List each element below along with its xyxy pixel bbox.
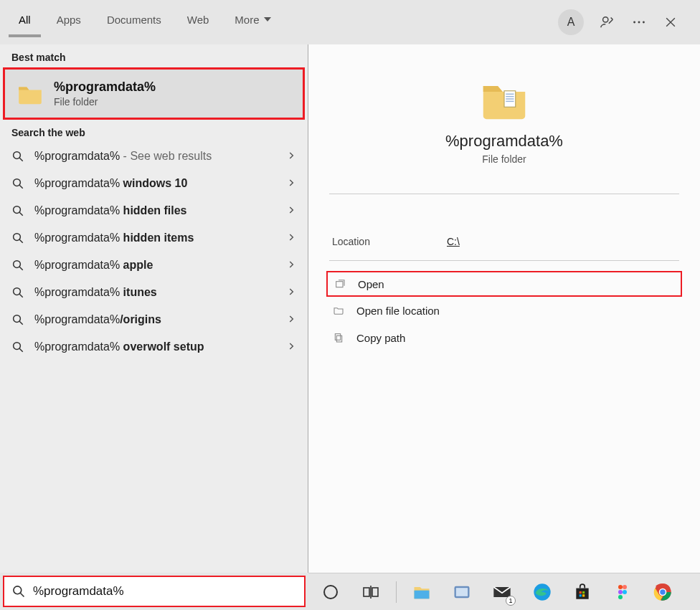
- preview-actions: Open Open file location Copy path: [326, 271, 682, 351]
- svg-point-8: [14, 206, 21, 214]
- svg-point-47: [618, 595, 623, 599]
- web-result-0[interactable]: %programdata% - See web results: [0, 143, 308, 170]
- svg-point-30: [324, 586, 337, 599]
- web-result-4[interactable]: %programdata% apple: [0, 252, 308, 279]
- web-result-text: %programdata% - See web results: [34, 150, 276, 163]
- svg-rect-34: [415, 590, 430, 599]
- search-web-label: Search the web: [0, 120, 308, 143]
- web-result-text: %programdata% hidden items: [34, 232, 276, 244]
- header-tabs: All Apps Documents Web More: [9, 0, 281, 44]
- tab-web[interactable]: Web: [177, 8, 219, 37]
- web-result-1[interactable]: %programdata% windows 10: [0, 170, 308, 197]
- cortana-icon[interactable]: [316, 577, 346, 607]
- chevron-right-icon: [286, 341, 296, 353]
- store-icon[interactable]: [567, 577, 597, 607]
- svg-point-0: [603, 17, 608, 22]
- svg-rect-40: [582, 591, 585, 593]
- tab-more[interactable]: More: [224, 8, 280, 37]
- svg-line-15: [19, 294, 23, 297]
- copy-icon: [332, 331, 345, 344]
- svg-line-9: [19, 212, 23, 216]
- avatar[interactable]: A: [558, 9, 584, 35]
- svg-point-50: [660, 589, 665, 594]
- svg-point-18: [14, 343, 21, 350]
- close-icon[interactable]: [663, 14, 678, 30]
- chevron-right-icon: [286, 151, 296, 163]
- web-results: %programdata% - See web results%programd…: [0, 143, 308, 361]
- web-result-text: %programdata% apple: [34, 259, 276, 272]
- web-result-7[interactable]: %programdata% overwolf setup: [0, 333, 308, 361]
- tab-more-label: More: [235, 14, 259, 26]
- svg-line-17: [19, 321, 23, 325]
- taskbar-separator: [396, 581, 397, 603]
- open-location-action[interactable]: Open file location: [326, 297, 682, 324]
- best-match-title: %programdata%: [54, 80, 156, 95]
- best-match-label: Best match: [0, 44, 308, 67]
- location-value[interactable]: C:\: [447, 236, 460, 247]
- location-row: Location C:\: [326, 236, 682, 260]
- svg-rect-32: [372, 588, 378, 596]
- web-result-5[interactable]: %programdata% itunes: [0, 279, 308, 306]
- search-box[interactable]: [3, 576, 306, 607]
- task-view-icon[interactable]: [356, 577, 386, 607]
- figma-icon[interactable]: [607, 577, 638, 607]
- svg-line-11: [19, 239, 23, 243]
- tab-apps[interactable]: Apps: [47, 8, 91, 37]
- more-icon[interactable]: [631, 14, 647, 30]
- chevron-right-icon: [286, 205, 296, 217]
- svg-rect-27: [335, 334, 340, 340]
- copy-path-action[interactable]: Copy path: [326, 324, 682, 351]
- svg-rect-39: [580, 591, 582, 593]
- svg-line-13: [19, 267, 23, 270]
- search-input[interactable]: [33, 584, 297, 599]
- open-action[interactable]: Open: [326, 271, 682, 297]
- svg-point-16: [14, 315, 21, 323]
- open-label: Open: [358, 278, 384, 290]
- svg-line-19: [19, 348, 23, 352]
- svg-point-4: [14, 152, 21, 159]
- search-icon: [11, 177, 24, 190]
- tab-documents[interactable]: Documents: [97, 8, 171, 37]
- app-icon-1[interactable]: [447, 577, 477, 607]
- svg-point-10: [14, 234, 21, 241]
- preview-folder-icon: [326, 73, 682, 125]
- search-icon: [11, 584, 26, 599]
- feedback-icon[interactable]: [600, 14, 615, 30]
- svg-point-3: [643, 22, 645, 24]
- folder-open-icon: [332, 304, 345, 317]
- web-result-text: %programdata% hidden files: [34, 204, 276, 217]
- file-explorer-icon[interactable]: [407, 577, 437, 607]
- svg-line-7: [19, 185, 23, 189]
- chevron-right-icon: [286, 178, 296, 190]
- chevron-right-icon: [286, 287, 296, 299]
- open-location-label: Open file location: [356, 305, 440, 317]
- web-result-text: %programdata% overwolf setup: [34, 340, 276, 353]
- mail-badge: 1: [506, 596, 516, 606]
- location-label: Location: [332, 236, 447, 247]
- preview-pane: %programdata% File folder Location C:\ O…: [308, 44, 700, 573]
- best-match-item[interactable]: %programdata% File folder: [3, 67, 305, 120]
- svg-point-1: [633, 22, 635, 24]
- search-header: All Apps Documents Web More A: [0, 0, 700, 44]
- svg-rect-31: [364, 588, 369, 596]
- chrome-icon[interactable]: [648, 577, 678, 607]
- edge-icon[interactable]: [527, 577, 557, 607]
- web-result-3[interactable]: %programdata% hidden items: [0, 224, 308, 252]
- preview-title: %programdata%: [326, 132, 682, 151]
- preview-subtitle: File folder: [326, 153, 682, 165]
- svg-rect-26: [336, 335, 341, 342]
- tab-all[interactable]: All: [9, 8, 41, 37]
- svg-line-5: [19, 158, 23, 161]
- search-icon: [11, 340, 24, 353]
- open-icon: [334, 277, 346, 290]
- web-result-2[interactable]: %programdata% hidden files: [0, 197, 308, 224]
- web-result-6[interactable]: %programdata%/origins: [0, 306, 308, 333]
- taskbar: 1: [308, 573, 700, 610]
- web-result-text: %programdata% itunes: [34, 286, 276, 299]
- mail-icon[interactable]: 1: [487, 577, 517, 607]
- chevron-right-icon: [286, 232, 296, 244]
- copy-path-label: Copy path: [356, 332, 405, 344]
- results-pane: Best match %programdata% File folder Sea…: [0, 44, 308, 573]
- chevron-right-icon: [286, 259, 296, 272]
- svg-point-14: [14, 288, 21, 295]
